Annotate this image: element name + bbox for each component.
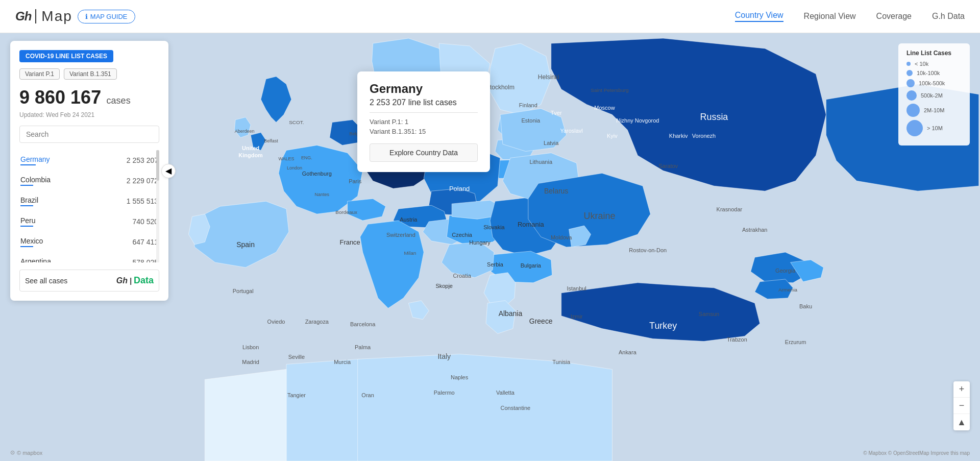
svg-text:Rostov-on-Don: Rostov-on-Don	[629, 247, 667, 253]
svg-text:Italy: Italy	[437, 352, 451, 360]
svg-text:Trabzon: Trabzon	[727, 336, 747, 343]
svg-text:Moldova: Moldova	[551, 234, 572, 240]
map-controls: + − ▲	[953, 381, 970, 430]
svg-text:Serbia: Serbia	[487, 261, 504, 268]
svg-text:Oviedo: Oviedo	[267, 319, 285, 325]
logo-area: Gh Map ℹ MAP GUIDE	[15, 8, 135, 25]
svg-text:Gothenburg: Gothenburg	[302, 171, 332, 177]
svg-text:Saratov: Saratov	[658, 163, 678, 169]
country-list-item[interactable]: Brazil 1 555 513	[19, 191, 159, 211]
legend-label: 10k-100k	[917, 70, 940, 76]
collapse-sidebar-button[interactable]: ◀	[161, 164, 176, 178]
popup-cases-count: 2 253 207 line list cases	[370, 98, 478, 107]
svg-text:Madrid: Madrid	[242, 359, 259, 365]
search-input[interactable]	[19, 126, 159, 143]
gh-logo-text: Gh	[116, 276, 128, 285]
svg-text:Tangier: Tangier	[287, 392, 306, 398]
country-name: Peru	[20, 216, 36, 225]
popup-country-name: Germany	[370, 82, 478, 96]
svg-text:Paris: Paris	[349, 178, 362, 184]
svg-text:Oran: Oran	[361, 392, 374, 398]
svg-text:Moscow: Moscow	[594, 105, 615, 111]
explore-country-button[interactable]: Explore Country Data	[370, 143, 478, 162]
legend-circle	[906, 79, 915, 87]
zoom-in-button[interactable]: +	[953, 381, 970, 398]
country-list-item[interactable]: Germany 2 253 207	[19, 150, 159, 171]
map-guide-button[interactable]: ℹ MAP GUIDE	[78, 10, 135, 23]
svg-text:Spain: Spain	[236, 240, 255, 249]
svg-text:Yaroslavl: Yaroslavl	[560, 128, 582, 134]
country-list-item[interactable]: Colombia 2 229 072	[19, 171, 159, 191]
svg-text:Albania: Albania	[499, 309, 523, 318]
legend-item: 10k-100k	[906, 70, 962, 76]
svg-text:Romania: Romania	[518, 221, 545, 228]
sidebar: COVID-19 LINE LIST CASES Variant P.1 Var…	[10, 41, 168, 301]
country-list-item[interactable]: Mexico 647 411	[19, 232, 159, 252]
svg-text:Switzerland: Switzerland	[386, 232, 415, 238]
svg-text:Belfast: Belfast	[264, 138, 278, 143]
total-cases: 9 860 167 cases	[19, 87, 159, 108]
country-popup: Germany 2 253 207 line list cases Varian…	[357, 71, 490, 172]
svg-text:Finland: Finland	[519, 102, 537, 108]
svg-text:Russia: Russia	[700, 112, 728, 122]
nav-coverage[interactable]: Coverage	[876, 12, 912, 21]
reset-bearing-button[interactable]: ▲	[953, 414, 970, 430]
nav-gh-data[interactable]: G.h Data	[932, 12, 965, 21]
svg-text:Helsinki: Helsinki	[538, 74, 559, 81]
zoom-out-button[interactable]: −	[953, 398, 970, 414]
svg-text:Stockholm: Stockholm	[486, 84, 514, 91]
legend-label: 2M-10M	[924, 107, 944, 113]
country-name: Argentina	[20, 257, 51, 262]
legend-item: 500k-2M	[906, 90, 962, 101]
updated-text: Updated: Wed Feb 24 2021	[19, 111, 159, 118]
country-count: 647 411	[132, 238, 158, 246]
nav-regional-view[interactable]: Regional View	[804, 12, 856, 21]
svg-text:France: France	[339, 238, 360, 246]
svg-text:London: London	[287, 165, 302, 171]
country-count: 578 025	[132, 258, 158, 262]
country-name: Mexico	[20, 237, 43, 245]
data-label-text: Data	[134, 275, 154, 286]
legend-label: > 10M	[927, 125, 943, 131]
gh-data-logo: Gh | Data	[116, 275, 154, 286]
legend-label: < 10k	[915, 61, 928, 67]
svg-text:Ankara: Ankara	[619, 349, 637, 355]
svg-text:Constantine: Constantine	[501, 405, 531, 411]
legend-circle	[906, 90, 917, 101]
svg-text:Tunisia: Tunisia	[552, 359, 571, 365]
country-count: 2 253 207	[127, 156, 158, 164]
nav-links: Country View Regional View Coverage G.h …	[735, 11, 965, 22]
svg-text:Armenia: Armenia	[778, 287, 798, 293]
legend-item: > 10M	[906, 120, 962, 136]
country-count: 740 520	[132, 217, 158, 226]
svg-text:Poland: Poland	[449, 185, 470, 192]
svg-text:Croatia: Croatia	[453, 273, 471, 279]
variant-b1351-button[interactable]: Variant B.1.351	[64, 68, 117, 80]
svg-text:Palma: Palma	[355, 344, 371, 350]
country-name: Colombia	[20, 176, 51, 184]
svg-text:Skopje: Skopje	[435, 283, 453, 289]
see-all-button[interactable]: See all cases Gh | Data	[19, 270, 159, 292]
legend-items: < 10k 10k-100k 100k-500k 500k-2M 2M-10M …	[906, 61, 962, 136]
country-underline	[20, 226, 33, 227]
svg-text:ENG.: ENG.	[301, 155, 312, 160]
svg-text:Estonia: Estonia	[522, 117, 541, 124]
variant-p1-button[interactable]: Variant P.1	[19, 68, 60, 80]
svg-text:Nantes: Nantes	[315, 192, 330, 197]
country-list-item[interactable]: Argentina 578 025	[19, 252, 159, 262]
country-name: Germany	[20, 155, 50, 163]
country-underline	[20, 164, 36, 165]
legend-label: 100k-500k	[919, 80, 945, 86]
svg-text:Nizhny Novgorod: Nizhny Novgorod	[616, 117, 659, 124]
nav-country-view[interactable]: Country View	[735, 11, 783, 22]
country-list-container[interactable]: Germany 2 253 207 Colombia 2 229 072 Bra…	[19, 150, 159, 262]
svg-text:Lisbon: Lisbon	[242, 344, 259, 350]
scrollbar-thumb[interactable]	[156, 150, 159, 181]
country-list-item[interactable]: Peru 740 520	[19, 211, 159, 232]
country-name: Brazil	[20, 196, 38, 204]
svg-text:Valletta: Valletta	[496, 390, 515, 396]
svg-text:Kingdom: Kingdom	[238, 152, 263, 158]
svg-text:Erzurum: Erzurum	[785, 339, 806, 345]
osm-credit: © Mapbox © OpenStreetMap Improve this ma…	[863, 450, 970, 456]
svg-text:SCOT.: SCOT.	[289, 119, 304, 125]
